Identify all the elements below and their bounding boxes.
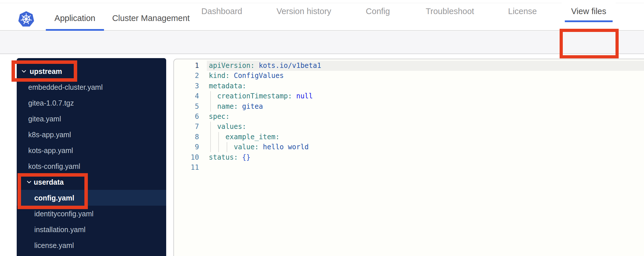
tree-item-label: kots-config.yaml — [28, 162, 80, 170]
kubernetes-logo-icon — [18, 11, 35, 27]
folder-item-userdata[interactable]: userdata — [17, 174, 166, 190]
line-number: 7 — [174, 122, 199, 132]
yaml-token-key: value: — [209, 143, 259, 151]
yaml-token-val: ConfigValues — [230, 72, 284, 80]
yaml-token-key: status: — [209, 153, 238, 161]
tree-item-label: identityconfig.yaml — [34, 209, 94, 218]
line-number: 1 — [174, 61, 199, 71]
file-item-kots-app-yaml[interactable]: kots-app.yaml — [17, 142, 166, 158]
line-number: 4 — [174, 91, 199, 101]
code-line-10[interactable]: status: {} — [209, 152, 321, 163]
file-item-license-yaml[interactable]: license.yaml — [17, 237, 166, 253]
line-number: 8 — [174, 132, 199, 142]
yaml-token-val: kots.io/v1beta1 — [255, 62, 321, 70]
tree-item-label: gitea-1.0.7.tgz — [28, 99, 74, 107]
tab-version-history[interactable]: Version history — [267, 0, 341, 27]
yaml-token-key: values: — [209, 123, 246, 131]
yaml-token-key: metadata: — [209, 82, 246, 90]
chevron-down-icon[interactable] — [22, 70, 26, 73]
tree-item-label: embedded-cluster.yaml — [28, 83, 103, 91]
tree-item-label: license.yaml — [34, 241, 74, 249]
tree-item-label: kots-app.yaml — [28, 146, 73, 154]
folder-item-upstream[interactable]: upstream — [17, 63, 166, 79]
file-item-k8s-app-yaml[interactable]: k8s-app.yaml — [17, 127, 166, 142]
line-number: 9 — [174, 142, 199, 152]
line-number: 3 — [174, 81, 199, 91]
code-line-4[interactable]: creationTimestamp: null — [209, 91, 321, 101]
kots-admin-console: { "header": { "logo": "kubernetes-logo",… — [0, 0, 644, 256]
code-line-1[interactable]: apiVersion: kots.io/v1beta1 — [209, 61, 321, 71]
yaml-token-key: apiVersion: — [209, 62, 255, 70]
header-tab-application[interactable]: Application — [46, 3, 104, 31]
yaml-token-key: example_item: — [209, 133, 280, 141]
code-line-2[interactable]: kind: ConfigValues — [209, 71, 321, 81]
file-item-embedded-cluster-yaml[interactable]: embedded-cluster.yaml — [17, 79, 166, 95]
chevron-down-icon[interactable] — [27, 181, 31, 184]
tree-item-label: config.yaml — [34, 194, 74, 202]
yaml-token-key: kind: — [209, 72, 230, 80]
line-number-gutter: 1234567891011 — [174, 61, 199, 173]
code-line-11[interactable] — [209, 163, 321, 173]
yaml-token-key: name: — [209, 102, 238, 110]
tree-item-label: upstream — [30, 67, 62, 75]
yaml-token-val: hello world — [259, 143, 308, 151]
code-line-5[interactable]: name: gitea — [209, 102, 321, 112]
tab-license[interactable]: License — [499, 0, 546, 27]
tree-item-label: gitea.yaml — [28, 114, 61, 123]
yaml-token-kw: null — [292, 92, 313, 100]
yaml-token-val: gitea — [238, 102, 263, 110]
file-item-gitea-1-0-7-tgz[interactable]: gitea-1.0.7.tgz — [17, 95, 166, 111]
tab-view-files[interactable]: View files — [562, 0, 616, 27]
file-item-gitea-yaml[interactable]: gitea.yaml — [17, 111, 166, 127]
file-item-kots-config-yaml[interactable]: kots-config.yaml — [17, 158, 166, 174]
file-item-config-yaml[interactable]: config.yaml — [17, 190, 166, 206]
tree-item-label: installation.yaml — [34, 225, 86, 234]
line-number: 10 — [174, 152, 199, 163]
app-subnav — [0, 31, 644, 54]
code-line-6[interactable]: spec: — [209, 112, 321, 122]
tab-troubleshoot[interactable]: Troubleshoot — [416, 0, 484, 27]
yaml-token-brace: {} — [238, 153, 250, 161]
yaml-token-key: creationTimestamp: — [209, 92, 292, 100]
line-number: 11 — [174, 163, 199, 173]
line-number: 6 — [174, 112, 199, 122]
tree-item-label: userdata — [34, 178, 64, 186]
code-line-9[interactable]: value: hello world — [209, 142, 321, 152]
file-item-installation-yaml[interactable]: installation.yaml — [17, 221, 166, 237]
yaml-code[interactable]: apiVersion: kots.io/v1beta1kind: ConfigV… — [209, 61, 321, 173]
file-content-viewer[interactable]: 1234567891011 apiVersion: kots.io/v1beta… — [173, 59, 644, 256]
yaml-token-key: spec: — [209, 112, 230, 121]
tree-item-label: k8s-app.yaml — [28, 130, 71, 139]
code-line-8[interactable]: example_item: — [209, 132, 321, 142]
line-number: 2 — [174, 71, 199, 81]
code-line-7[interactable]: values: — [209, 122, 321, 132]
line-number: 5 — [174, 102, 199, 112]
tab-dashboard[interactable]: Dashboard — [192, 0, 252, 27]
file-tree-sidebar: upstreamembedded-cluster.yamlgitea-1.0.7… — [17, 58, 166, 256]
header-tab-cluster-management[interactable]: Cluster Management — [103, 3, 198, 31]
file-item-identityconfig-yaml[interactable]: identityconfig.yaml — [17, 206, 166, 221]
code-line-3[interactable]: metadata: — [209, 81, 321, 91]
tab-config[interactable]: Config — [356, 0, 399, 27]
